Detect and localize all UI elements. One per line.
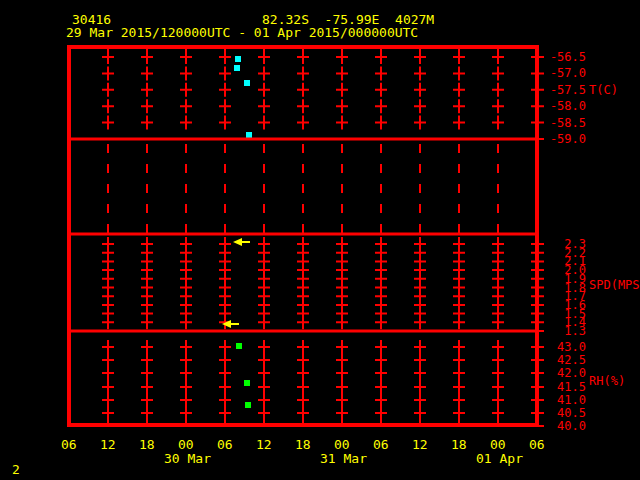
x-axis-tick-label: 00 xyxy=(490,438,506,451)
relative-humidity-grid xyxy=(102,340,504,420)
x-axis-tick-label: 06 xyxy=(529,438,545,451)
wind-speed-wind-vector-arrowhead xyxy=(222,320,231,328)
relative-humidity-data-point xyxy=(236,343,242,349)
x-axis-date-label: 31 Mar xyxy=(320,452,367,465)
temperature-tick-label: -57.5 xyxy=(546,84,586,97)
x-axis-date-label: 01 Apr xyxy=(476,452,523,465)
temperature-tick-label: -56.5 xyxy=(546,51,586,64)
wind-speed-tick-label: 1.3 xyxy=(546,325,586,338)
relative-humidity-tick-label: 40.0 xyxy=(546,420,586,433)
relative-humidity-data-point xyxy=(244,380,250,386)
x-axis-tick-label: 18 xyxy=(295,438,311,451)
x-axis-date-label: 30 Mar xyxy=(164,452,211,465)
temperature-tick-label: -57.0 xyxy=(546,67,586,80)
relative-humidity-tick-label: 42.0 xyxy=(546,367,586,380)
station-timeseries-screen: 30416 82.32S -75.99E 4027M 29 Mar 2015/1… xyxy=(0,0,640,480)
temperature-tick-label: -58.5 xyxy=(546,117,586,130)
time-period: 29 Mar 2015/120000UTC - 01 Apr 2015/0000… xyxy=(66,26,418,39)
x-axis-tick-label: 06 xyxy=(217,438,233,451)
x-axis-tick-label: 00 xyxy=(334,438,350,451)
temperature-tick-label: -59.0 xyxy=(546,133,586,146)
temperature-data-point xyxy=(244,80,250,86)
x-axis-tick-label: 12 xyxy=(100,438,116,451)
temperature-tick-label: -58.0 xyxy=(546,100,586,113)
x-axis-tick-label: 18 xyxy=(451,438,467,451)
temperature-data-point xyxy=(246,132,252,138)
relative-humidity-data-point xyxy=(245,402,251,408)
temperature-data-point xyxy=(235,56,241,62)
temperature-grid xyxy=(102,50,504,130)
x-axis-tick-label: 06 xyxy=(373,438,389,451)
wind-direction-grid xyxy=(108,144,498,237)
x-axis-tick-label: 00 xyxy=(178,438,194,451)
x-axis-tick-label: 06 xyxy=(61,438,77,451)
page-number: 2 xyxy=(12,463,20,476)
temperature-data-point xyxy=(234,65,240,71)
timeseries-chart xyxy=(0,0,640,480)
x-axis-tick-label: 12 xyxy=(412,438,428,451)
wind-speed-wind-vector-arrowhead xyxy=(233,238,242,246)
wind-speed-grid xyxy=(102,237,504,329)
x-axis-tick-label: 18 xyxy=(139,438,155,451)
y-axis-title: T(C) xyxy=(589,84,618,97)
x-axis-tick-label: 12 xyxy=(256,438,272,451)
y-axis-title: SPD(MPS) xyxy=(589,279,640,292)
y-axis-title: RH(%) xyxy=(589,375,625,388)
